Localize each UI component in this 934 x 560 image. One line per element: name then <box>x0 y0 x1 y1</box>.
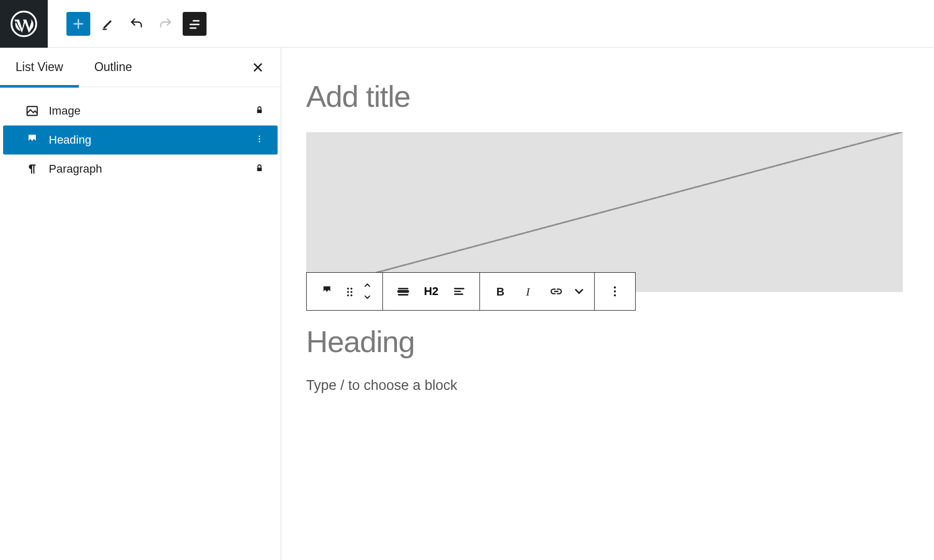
chevron-down-icon <box>572 285 586 298</box>
block-options-button[interactable] <box>601 277 629 305</box>
bold-icon: B <box>493 285 507 298</box>
redo-button[interactable] <box>154 12 177 36</box>
lock-icon <box>255 104 264 118</box>
wordpress-icon <box>10 10 37 37</box>
post-title-input[interactable]: Add title <box>306 79 903 114</box>
lock-icon <box>255 162 264 176</box>
block-toolbar: H2 B I <box>306 272 636 311</box>
svg-rect-14 <box>257 167 262 171</box>
svg-point-30 <box>614 290 616 292</box>
image-block-icon <box>25 104 39 118</box>
heading-block-icon <box>25 133 39 147</box>
list-item-image[interactable]: Image <box>0 96 281 125</box>
svg-point-20 <box>350 295 352 297</box>
wordpress-logo[interactable] <box>0 0 48 48</box>
text-align-left-icon <box>452 285 466 298</box>
plus-icon <box>71 17 86 31</box>
tools-button[interactable] <box>95 12 119 36</box>
svg-point-13 <box>259 141 260 143</box>
align-icon <box>396 285 410 298</box>
list-view-icon <box>187 17 202 31</box>
editor-toolbar <box>48 12 207 36</box>
chevron-up-icon <box>363 282 372 288</box>
redo-icon <box>158 17 173 31</box>
move-down-button[interactable] <box>363 292 372 303</box>
svg-point-17 <box>347 291 349 293</box>
move-up-button[interactable] <box>363 280 372 291</box>
svg-point-11 <box>259 135 260 137</box>
image-block-placeholder[interactable] <box>306 132 903 292</box>
bold-button[interactable]: B <box>486 277 514 305</box>
more-rich-text-button[interactable] <box>570 277 588 305</box>
heading-block-icon <box>320 285 334 298</box>
drag-handle[interactable] <box>341 277 359 305</box>
svg-text:I: I <box>526 286 531 298</box>
list-view-panel: List View Outline Image Heading <box>0 48 281 560</box>
italic-icon: I <box>521 285 535 298</box>
list-item-heading[interactable]: Heading <box>3 125 278 155</box>
panel-tabs: List View Outline <box>0 48 281 87</box>
list-item-label: Paragraph <box>49 162 102 176</box>
editor-canvas[interactable]: Add title H2 <box>281 48 934 560</box>
heading-level-label: H2 <box>420 285 443 298</box>
block-list: Image Heading Paragraph <box>0 87 281 184</box>
paragraph-block-icon <box>25 162 39 176</box>
align-button[interactable] <box>389 277 417 305</box>
tab-outline[interactable]: Outline <box>79 48 148 87</box>
chevron-down-icon <box>363 294 372 300</box>
italic-button[interactable]: I <box>514 277 542 305</box>
text-align-button[interactable] <box>445 277 473 305</box>
svg-point-31 <box>614 295 616 297</box>
main-area: List View Outline Image Heading <box>0 48 934 560</box>
heading-block-input[interactable]: Heading <box>306 324 903 359</box>
heading-level-button[interactable]: H2 <box>417 277 445 305</box>
svg-point-15 <box>347 288 349 290</box>
block-type-button[interactable] <box>313 277 341 305</box>
list-item-paragraph[interactable]: Paragraph <box>0 155 281 184</box>
link-icon <box>550 285 563 298</box>
tab-list-view[interactable]: List View <box>0 48 79 87</box>
svg-point-12 <box>259 138 260 140</box>
document-overview-button[interactable] <box>183 12 207 36</box>
drag-icon <box>343 285 356 298</box>
svg-text:B: B <box>496 285 504 298</box>
link-button[interactable] <box>542 277 570 305</box>
list-item-label: Heading <box>49 133 91 147</box>
undo-button[interactable] <box>125 12 148 36</box>
list-item-label: Image <box>49 104 80 118</box>
svg-point-19 <box>347 295 349 297</box>
undo-icon <box>129 17 144 31</box>
pencil-icon <box>100 17 115 31</box>
item-options-button[interactable] <box>255 133 264 147</box>
svg-point-29 <box>614 286 616 288</box>
paragraph-block-input[interactable]: Type / to choose a block <box>306 377 903 394</box>
close-icon <box>251 61 265 74</box>
svg-rect-10 <box>257 109 262 113</box>
svg-point-18 <box>350 291 352 293</box>
more-vertical-icon <box>608 285 622 298</box>
svg-point-16 <box>350 288 352 290</box>
top-toolbar <box>0 0 934 48</box>
add-block-button[interactable] <box>66 12 90 36</box>
close-panel-button[interactable] <box>248 57 268 78</box>
